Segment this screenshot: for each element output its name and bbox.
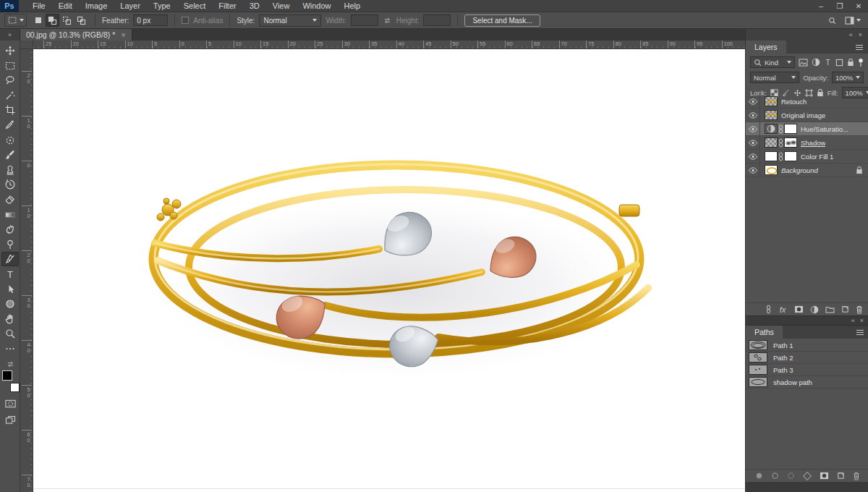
tab-paths[interactable]: Paths <box>746 326 783 339</box>
menu-help[interactable]: Help <box>338 1 367 11</box>
path-name[interactable]: Path 1 <box>773 342 793 349</box>
filter-adjustment-layers-icon[interactable] <box>812 58 820 67</box>
style-select[interactable]: Normal <box>259 14 321 27</box>
type-tool[interactable]: T <box>1 267 19 281</box>
opacity-select[interactable]: 100% <box>832 72 864 83</box>
adjustment-layer-icon[interactable] <box>765 124 778 134</box>
menu-view[interactable]: View <box>266 1 297 11</box>
panel-menu-icon[interactable] <box>855 44 864 51</box>
visibility-toggle[interactable] <box>746 122 760 136</box>
panel-menu-icon[interactable] <box>856 329 864 336</box>
subtract-selection-button[interactable] <box>60 14 74 27</box>
layer-thumbnail[interactable] <box>765 96 778 106</box>
new-layer-icon[interactable] <box>841 305 849 313</box>
link-layers-icon[interactable] <box>766 305 771 314</box>
layer-mask-thumbnail[interactable] <box>784 151 797 161</box>
eyedropper-tool[interactable] <box>1 118 19 132</box>
add-selection-button[interactable] <box>46 14 59 27</box>
brush-tool[interactable] <box>1 148 19 162</box>
path-thumbnail[interactable] <box>749 365 767 375</box>
collapse-panels-icon[interactable]: « <box>849 31 853 38</box>
restore-button[interactable]: ❐ <box>830 0 849 12</box>
layer-style-fx-icon[interactable]: fx <box>778 305 788 314</box>
smudge-tool[interactable] <box>1 222 19 237</box>
add-mask-from-path-icon[interactable] <box>820 472 829 480</box>
blend-mode-select[interactable]: Normal <box>750 72 799 83</box>
path-thumbnail[interactable] <box>749 377 767 387</box>
clone-stamp-tool[interactable] <box>1 163 19 177</box>
add-layer-mask-icon[interactable] <box>794 305 804 313</box>
layer-name[interactable]: Background <box>781 166 818 174</box>
fill-path-icon[interactable] <box>755 472 763 480</box>
layer-filter-toggle-icon[interactable] <box>858 58 864 67</box>
layer-row-hue-saturatio-[interactable]: Hue/Saturatio... <box>746 122 868 136</box>
background-color-swatch[interactable] <box>10 383 20 392</box>
new-path-icon[interactable] <box>837 472 845 480</box>
layer-mask-thumbnail[interactable] <box>784 137 797 148</box>
delete-path-icon[interactable] <box>853 472 860 480</box>
mask-link-icon[interactable] <box>778 138 783 148</box>
selection-as-path-icon[interactable] <box>803 472 812 480</box>
eraser-tool[interactable] <box>1 192 19 207</box>
new-adjustment-layer-icon[interactable] <box>810 305 819 314</box>
visibility-toggle[interactable] <box>746 109 760 122</box>
document-canvas[interactable] <box>33 49 745 492</box>
layer-name[interactable]: Shadow <box>801 139 825 147</box>
menu-edit[interactable]: Edit <box>52 1 79 11</box>
foreground-color-swatch[interactable] <box>2 370 12 381</box>
stroke-path-icon[interactable] <box>771 472 779 480</box>
intersect-selection-button[interactable] <box>75 14 88 27</box>
layer-row-color-fill-1[interactable]: Color Fill 1 <box>746 150 868 164</box>
lasso-tool[interactable] <box>1 73 19 88</box>
collapse-group-icon[interactable]: « <box>851 317 855 324</box>
layer-row-retouch[interactable]: Retouch <box>746 95 868 109</box>
path-row-path-2[interactable]: Path 2 <box>746 352 868 364</box>
layer-thumbnail[interactable] <box>765 110 778 120</box>
layer-name[interactable]: Color Fill 1 <box>801 153 833 161</box>
color-swatches[interactable] <box>2 370 20 392</box>
menu-window[interactable]: Window <box>296 1 337 11</box>
mask-link-icon[interactable] <box>778 152 783 161</box>
close-panel-icon[interactable]: × <box>859 31 862 38</box>
crop-tool[interactable] <box>1 103 19 117</box>
quick-mask-button[interactable] <box>1 396 19 411</box>
path-as-selection-icon[interactable] <box>787 472 795 480</box>
edit-toolbar-tool[interactable] <box>1 342 19 356</box>
close-tab-icon[interactable]: × <box>121 30 125 39</box>
screen-mode-button[interactable] <box>1 412 19 427</box>
menu-layer[interactable]: Layer <box>114 1 147 11</box>
menu-select[interactable]: Select <box>177 1 213 11</box>
path-name[interactable]: Path 2 <box>773 354 793 362</box>
layer-thumbnail[interactable] <box>765 151 778 161</box>
layer-filter-kind-select[interactable]: Kind <box>750 56 795 68</box>
zoom-tool[interactable] <box>1 326 19 341</box>
path-name[interactable]: Path 3 <box>773 366 793 374</box>
rectangular-marquee-tool[interactable] <box>1 59 19 73</box>
tab-layers[interactable]: Layers <box>746 41 786 54</box>
layer-thumbnail[interactable] <box>765 137 778 148</box>
path-thumbnail[interactable] <box>749 352 767 362</box>
mask-link-icon[interactable] <box>778 124 783 134</box>
dodge-tool[interactable] <box>1 237 19 252</box>
filter-pixel-layers-icon[interactable] <box>799 59 808 67</box>
filter-type-layers-icon[interactable]: T <box>824 59 832 67</box>
close-button[interactable]: ✕ <box>849 0 868 12</box>
pen-tool[interactable] <box>1 252 19 266</box>
path-row-path-3[interactable]: Path 3 <box>746 364 868 376</box>
ellipse-shape-tool[interactable] <box>1 297 19 311</box>
visibility-toggle[interactable] <box>746 164 760 177</box>
select-and-mask-button[interactable]: Select and Mask... <box>464 14 540 27</box>
tool-preset-picker[interactable] <box>4 14 27 27</box>
menu-3d[interactable]: 3D <box>243 1 266 11</box>
layer-row-original-image[interactable]: Original image <box>746 109 868 122</box>
path-name[interactable]: shadow path <box>773 378 812 386</box>
move-tool[interactable] <box>1 43 19 58</box>
layer-name[interactable]: Retouch <box>781 98 807 106</box>
feather-input[interactable] <box>133 14 168 26</box>
layer-name[interactable]: Original image <box>781 111 825 119</box>
visibility-toggle[interactable] <box>746 150 760 164</box>
visibility-toggle[interactable] <box>746 136 760 150</box>
width-input[interactable] <box>351 14 378 26</box>
close-group-icon[interactable]: × <box>860 317 864 324</box>
visibility-toggle[interactable] <box>746 95 760 109</box>
